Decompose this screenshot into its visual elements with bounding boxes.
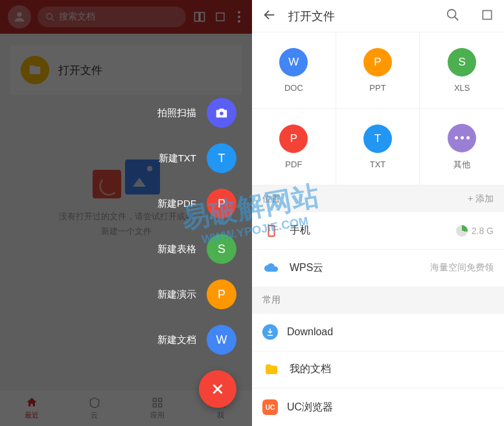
cloud-icon bbox=[262, 259, 281, 277]
type-txt[interactable]: T TXT bbox=[336, 109, 420, 185]
pdf-icon: P bbox=[279, 124, 308, 153]
uc-icon: UC bbox=[262, 399, 278, 415]
doc-icon: W bbox=[279, 48, 308, 77]
fab-pdf[interactable]: 新建PDF P bbox=[157, 189, 236, 219]
type-pdf[interactable]: P PDF bbox=[252, 109, 336, 185]
common-download[interactable]: Download bbox=[252, 314, 504, 351]
fab-xls[interactable]: 新建表格 S bbox=[157, 234, 236, 264]
svg-line-16 bbox=[455, 16, 459, 20]
svg-point-11 bbox=[220, 112, 223, 115]
close-icon bbox=[209, 381, 226, 397]
download-icon bbox=[262, 324, 278, 340]
pdf-icon: P bbox=[207, 189, 236, 219]
fab-ppt[interactable]: 新建演示 P bbox=[157, 279, 236, 309]
txt-icon: T bbox=[207, 143, 236, 173]
select-button[interactable] bbox=[481, 8, 494, 24]
fab-scan[interactable]: 拍照扫描 bbox=[157, 98, 236, 128]
camera-icon bbox=[207, 98, 236, 128]
common-section-header: 常用 bbox=[252, 287, 504, 314]
xls-icon: S bbox=[448, 48, 476, 77]
common-uc[interactable]: UC UC浏览器 bbox=[252, 388, 504, 426]
fab-txt[interactable]: 新建TXT T bbox=[159, 143, 236, 173]
location-section-header: 位置 + 添加 bbox=[252, 185, 504, 212]
xls-icon: S bbox=[207, 234, 236, 264]
storage-pie-icon bbox=[456, 225, 468, 237]
right-header: 打开文件 bbox=[252, 0, 504, 32]
svg-point-15 bbox=[448, 9, 456, 18]
location-title: 位置 bbox=[262, 193, 281, 205]
add-location-button[interactable]: + 添加 bbox=[468, 193, 494, 205]
svg-rect-17 bbox=[483, 10, 491, 19]
svg-rect-18 bbox=[268, 225, 274, 236]
storage-meta: 2.8 G bbox=[456, 225, 494, 237]
left-screen: 搜索文档 打开文件 没有打开过的文件，请尝试打开或者 新建一个文件 bbox=[0, 0, 252, 426]
type-other[interactable]: 其他 bbox=[420, 109, 504, 185]
back-button[interactable] bbox=[262, 8, 277, 25]
type-xls[interactable]: S XLS bbox=[420, 32, 504, 109]
type-doc[interactable]: W DOC bbox=[252, 32, 336, 109]
cloud-meta: 海量空间免费领 bbox=[430, 262, 494, 274]
fab-menu: 拍照扫描 新建TXT T 新建PDF P 新建表格 S 新建演示 P 新建文档 … bbox=[157, 98, 236, 408]
right-screen: 打开文件 W DOC P PPT S XLS P PDF T TXT bbox=[252, 0, 504, 426]
fab-doc[interactable]: 新建文档 W bbox=[157, 325, 236, 355]
more-icon bbox=[448, 124, 476, 152]
folder-icon bbox=[262, 361, 281, 379]
type-ppt[interactable]: P PPT bbox=[336, 32, 420, 109]
common-title: 常用 bbox=[262, 294, 281, 306]
page-title: 打开文件 bbox=[288, 8, 434, 24]
fab-close-button[interactable] bbox=[199, 370, 236, 408]
location-wps-cloud[interactable]: WPS云 海量空间免费领 bbox=[252, 250, 504, 287]
ppt-icon: P bbox=[363, 48, 392, 77]
ppt-icon: P bbox=[207, 279, 236, 309]
location-phone[interactable]: 手机 2.8 G bbox=[252, 212, 504, 250]
phone-icon bbox=[262, 222, 281, 240]
txt-icon: T bbox=[363, 124, 392, 153]
file-type-grid: W DOC P PPT S XLS P PDF T TXT 其他 bbox=[252, 32, 504, 185]
search-button[interactable] bbox=[446, 8, 460, 25]
doc-icon: W bbox=[207, 325, 236, 355]
common-mydocs[interactable]: 我的文档 bbox=[252, 351, 504, 389]
